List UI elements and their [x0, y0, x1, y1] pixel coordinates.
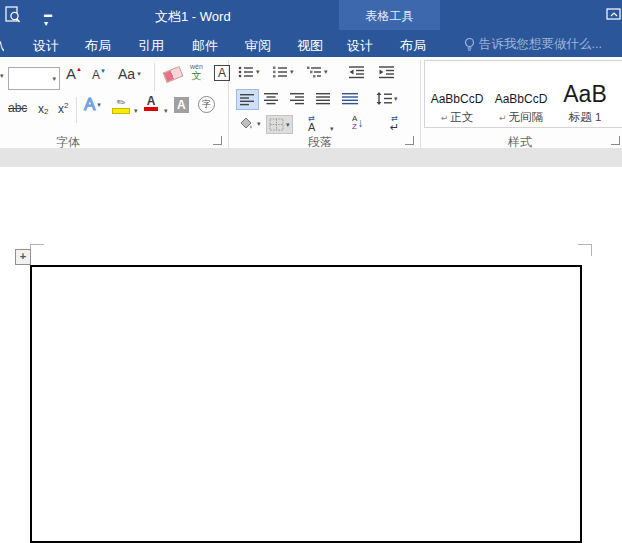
- numbering-button[interactable]: ▾: [272, 65, 294, 79]
- change-case-label: Aa: [118, 66, 135, 82]
- style-item-1[interactable]: AaBbCcD↵无间隔: [489, 61, 553, 129]
- text-boundary-mark-right: [578, 244, 592, 256]
- eraser-icon: [163, 66, 184, 83]
- ribbon-tabs: 插入 告诉我您想要做什么... 设计布局引用邮件审阅视图设计布局: [0, 30, 622, 57]
- multilevel-list-icon: [306, 65, 322, 79]
- sort-button[interactable]: AZ ↓: [352, 115, 363, 131]
- numbering-icon: [272, 65, 288, 79]
- shrink-font-button[interactable]: A▼: [92, 68, 106, 82]
- change-case-button[interactable]: Aa▾: [118, 66, 141, 82]
- text-effects-letter: A: [84, 95, 95, 115]
- bullets-button[interactable]: ▾: [238, 65, 260, 79]
- distribute-button[interactable]: [342, 92, 359, 105]
- tab-0[interactable]: 设计: [33, 37, 59, 55]
- decrease-indent-button[interactable]: [348, 65, 365, 79]
- font-color-letter: A: [147, 95, 156, 107]
- font-dialog-launcher[interactable]: [213, 136, 222, 145]
- text-effects-button[interactable]: A▾: [84, 95, 101, 115]
- row-end-strip: [583, 265, 596, 543]
- tab-5[interactable]: 视图: [297, 37, 323, 55]
- shrink-font-letter: A: [92, 68, 100, 82]
- shading-button[interactable]: ▾: [238, 117, 261, 131]
- justify-button[interactable]: [316, 92, 331, 105]
- borders-icon: [269, 118, 284, 131]
- character-shading-button[interactable]: A: [174, 97, 189, 113]
- divider: [76, 97, 77, 123]
- grow-font-letter: A: [66, 65, 76, 82]
- align-center-button[interactable]: [264, 92, 279, 105]
- styles-dialog-launcher[interactable]: [611, 136, 620, 145]
- superscript-button[interactable]: x2: [58, 101, 68, 117]
- paint-bucket-icon: [238, 117, 255, 131]
- paragraph-mark-icon: ↵: [390, 123, 399, 131]
- divider: [154, 63, 155, 91]
- window-title: 文档1 - Word: [155, 8, 231, 26]
- ribbon-display-options-icon[interactable]: [606, 8, 622, 21]
- text-boundary-mark-left: [30, 244, 44, 256]
- justify-icon: [316, 92, 331, 105]
- style-name: ↵正文: [441, 110, 474, 125]
- qat-customize-icon[interactable]: ▬▾: [44, 10, 52, 28]
- strikethrough-button[interactable]: abc: [8, 101, 27, 115]
- pilcrow-mark: ↵: [441, 113, 449, 123]
- phonetic-guide-button[interactable]: wén 文: [190, 62, 203, 80]
- character-shading-letter: A: [174, 97, 189, 113]
- tab-3[interactable]: 邮件: [192, 37, 218, 55]
- style-preview: AaB: [563, 82, 606, 106]
- style-name-text: 正文: [450, 110, 473, 125]
- style-name-text: 无间隔: [509, 110, 544, 125]
- font-name-dropdown-arrow[interactable]: ▾: [0, 72, 4, 80]
- font-size-dropdown-arrow: ▾: [52, 75, 56, 83]
- table-move-handle[interactable]: +: [15, 249, 31, 265]
- style-name: 标题 1: [569, 110, 602, 125]
- multilevel-list-button[interactable]: ▾: [306, 65, 328, 79]
- character-border-button[interactable]: A: [214, 65, 230, 81]
- align-right-button[interactable]: [290, 92, 305, 105]
- font-size-combo[interactable]: ▾: [8, 67, 60, 90]
- sort-arrow: ↓: [357, 116, 363, 130]
- strikethrough-label: abc: [8, 101, 27, 115]
- distribute-icon: [342, 92, 359, 105]
- highlight-color-button[interactable]: ✎: [112, 97, 130, 114]
- highlight-dropdown-arrow[interactable]: ▾: [134, 107, 138, 115]
- bullets-icon: [238, 65, 254, 79]
- style-item-2[interactable]: AaB标题 1: [553, 61, 617, 129]
- align-left-button[interactable]: [236, 89, 259, 110]
- character-scaling-button[interactable]: ⇄ A: [308, 115, 315, 131]
- superscript-2: 2: [64, 101, 68, 110]
- increase-indent-button[interactable]: [378, 65, 395, 79]
- preview-tool-icon[interactable]: [5, 6, 21, 24]
- word-window: ▬▾ 文档1 - Word 表格工具 插入 告诉我您想要做什么... 设计布局引…: [0, 0, 622, 543]
- clear-formatting-button[interactable]: [164, 69, 182, 80]
- ribbon-bottom-strip: [0, 148, 622, 168]
- scale-letter: A: [308, 123, 315, 131]
- tab-4[interactable]: 审阅: [245, 37, 271, 55]
- align-right-icon: [290, 92, 305, 105]
- paragraph-dialog-launcher[interactable]: [405, 136, 414, 145]
- styles-gallery: AaBbCcD↵正文AaBbCcD↵无间隔AaB标题 1: [424, 60, 622, 128]
- show-marks-button[interactable]: ⇄ ↵: [390, 115, 399, 131]
- contextual-tab-0[interactable]: 设计: [347, 37, 373, 55]
- style-preview: AaBbCcD: [431, 92, 484, 106]
- font-color-dropdown-arrow[interactable]: ▾: [164, 107, 168, 115]
- style-name-text: 标题 1: [569, 110, 602, 125]
- grow-font-button[interactable]: A▲: [66, 65, 82, 82]
- tell-me-box[interactable]: 告诉我您想要做什么...: [479, 36, 602, 53]
- contextual-tab-1[interactable]: 布局: [400, 37, 426, 55]
- decrease-indent-icon: [348, 65, 365, 79]
- line-spacing-button[interactable]: ▾: [376, 92, 398, 105]
- style-item-0[interactable]: AaBbCcD↵正文: [425, 61, 489, 129]
- group-divider: [420, 60, 421, 148]
- phonetic-char: 文: [191, 71, 201, 80]
- enclose-characters-button[interactable]: 字: [198, 96, 215, 113]
- character-scaling-dropdown-arrow[interactable]: ▾: [330, 125, 334, 133]
- line-spacing-icon: [376, 92, 392, 105]
- font-color-button[interactable]: A: [144, 95, 158, 111]
- lightbulb-icon: [463, 37, 476, 52]
- subscript-button[interactable]: x2: [38, 101, 48, 116]
- align-left-icon: [240, 93, 255, 106]
- borders-button[interactable]: ▾: [266, 115, 293, 134]
- tab-2[interactable]: 引用: [138, 37, 164, 55]
- tab-clipped[interactable]: 插入: [0, 37, 4, 55]
- tab-1[interactable]: 布局: [85, 37, 111, 55]
